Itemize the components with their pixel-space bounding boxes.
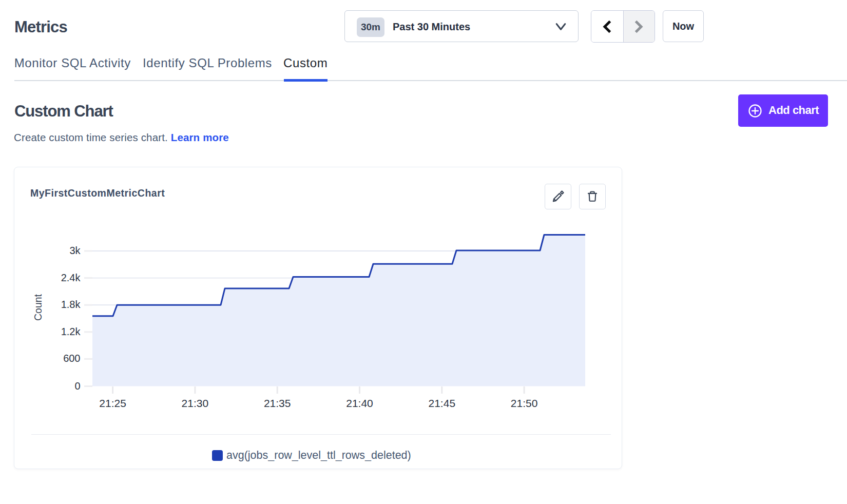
svg-text:3k: 3k bbox=[69, 245, 81, 256]
svg-text:600: 600 bbox=[63, 353, 80, 364]
svg-text:21:50: 21:50 bbox=[511, 397, 538, 409]
svg-text:21:30: 21:30 bbox=[182, 397, 209, 409]
svg-text:1.2k: 1.2k bbox=[61, 326, 81, 337]
svg-text:21:35: 21:35 bbox=[264, 397, 291, 409]
svg-text:21:40: 21:40 bbox=[346, 397, 373, 409]
svg-text:21:45: 21:45 bbox=[429, 397, 456, 409]
svg-text:21:25: 21:25 bbox=[99, 397, 126, 409]
svg-text:Count: Count bbox=[32, 294, 44, 321]
svg-text:1.8k: 1.8k bbox=[61, 299, 81, 310]
svg-text:2.4k: 2.4k bbox=[61, 272, 81, 283]
svg-text:0: 0 bbox=[74, 380, 80, 392]
